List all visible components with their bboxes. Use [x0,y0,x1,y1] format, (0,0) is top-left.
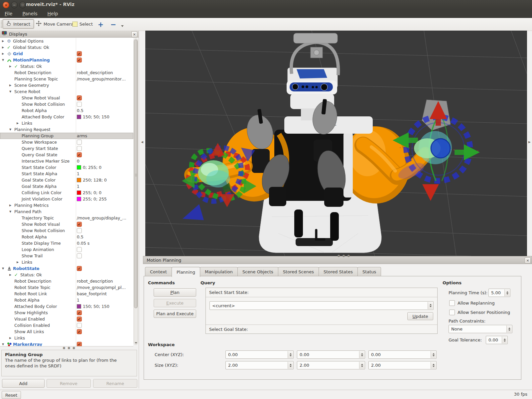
tree-row[interactable]: ▼RobotState✔ [0,265,133,272]
tree-row[interactable]: ▼Scene Robot [0,88,133,95]
allow-replanning-checkbox[interactable]: Allow Replanning [449,300,495,306]
checkbox-icon[interactable] [449,310,455,315]
window-minimize-icon[interactable]: − [11,2,18,8]
tree-value[interactable]: robot_description [77,69,113,76]
tree-row[interactable]: Query Start State [0,145,133,152]
tab-stored-scenes[interactable]: Stored Scenes [278,267,319,276]
workspace-spinbox[interactable]: 2.00 [297,361,365,369]
expander-icon[interactable]: ▼ [2,343,7,346]
scrollbar-down-icon[interactable] [135,342,137,344]
workspace-spinbox[interactable]: 0.00 [297,350,365,359]
checkbox-unchecked-icon[interactable] [77,247,82,252]
checkbox-checked-icon[interactable]: ✔ [77,51,82,56]
tree-row[interactable]: Robot Descriptionrobot_description [0,69,133,76]
spin-arrows-icon[interactable] [504,289,510,296]
tree-row[interactable]: Show Robot Collision [0,101,133,107]
color-swatch[interactable] [77,191,81,195]
spin-arrows-icon[interactable] [288,351,293,358]
planning-time-spinbox[interactable]: 5.00 [488,289,510,297]
combo-arrows-icon[interactable] [506,326,512,332]
expander-icon[interactable]: ▼ [2,59,7,62]
expander-icon[interactable]: ▼ [2,267,7,270]
tree-value[interactable]: arms [77,133,87,139]
checkbox-checked-icon[interactable]: ✔ [77,58,82,63]
tree-row[interactable]: Joint Violation Color255; 0; 255 [0,196,133,202]
tree-row[interactable]: Attached Body Color150; 50; 150 [0,303,133,310]
expander-icon[interactable]: ▶ [2,46,7,49]
tree-row[interactable]: Planning Scene Topic/move_group/monitor… [0,76,133,82]
tree-row[interactable]: Goal State Color250; 128; 0 [0,177,133,183]
tree-value[interactable]: 250; 128; 0 [77,177,107,183]
tree-value[interactable] [77,101,82,107]
tree-row[interactable]: Loop Animation [0,246,133,253]
tree-value[interactable]: ✔ [77,221,82,227]
tree-value[interactable] [77,246,82,253]
tree-row[interactable]: Planning Grouparms [0,133,133,139]
tree-value[interactable]: 0; 255; 0 [77,164,101,171]
tree-row[interactable]: Show All Links✔ [0,329,133,335]
checkbox-checked-icon[interactable]: ✔ [77,152,82,157]
tree-value[interactable] [77,322,82,329]
menu-item-panels[interactable]: Panels [22,11,37,16]
checkbox-unchecked-icon[interactable] [77,146,82,151]
scrollbar-thumb[interactable] [134,40,138,308]
start-state-combo[interactable]: <current> [209,301,434,310]
workspace-spinbox[interactable]: 0.00 [225,350,294,359]
tree-row[interactable]: Start State Color0; 255; 0 [0,164,133,171]
tree-row[interactable]: ▶✓Status: Ok [0,272,133,278]
window-maximize-icon[interactable]: ◻ [19,2,26,8]
color-swatch[interactable] [77,115,81,119]
left-dock-collapse-icon[interactable]: ◀ [141,140,143,144]
tree-value[interactable]: 255; 0; 0 [77,190,101,196]
tree-row[interactable]: Robot Root Linkbase_footprint [0,291,133,297]
tree-row[interactable]: Show Trail [0,253,133,259]
tree-value[interactable]: 0.05 s [77,240,89,246]
expander-icon[interactable]: ▶ [9,336,14,339]
tree-row[interactable]: Robot Descriptionrobot_description [0,278,133,284]
tree-value[interactable]: ✔ [77,95,82,101]
tree-value[interactable]: 150; 50; 150 [77,114,109,120]
tree-row[interactable]: ▶Grid✔ [0,51,133,57]
tree-row[interactable]: ▶✓Global Status: Ok [0,44,133,51]
remove-tool-button[interactable]: − [107,20,127,29]
expander-icon[interactable]: ▶ [2,40,7,43]
tree-value[interactable]: /move_group/monitor… [77,76,126,82]
tree-row[interactable]: ▶Links [0,335,133,341]
tree-value[interactable]: 1 [77,171,79,177]
checkbox-unchecked-icon[interactable] [77,140,82,145]
tree-value[interactable]: ✔ [77,329,82,335]
checkbox-unchecked-icon[interactable] [77,102,82,107]
checkbox-unchecked-icon[interactable] [77,253,82,258]
tree-value[interactable]: ✔ [77,152,82,158]
path-constraints-combo[interactable]: None [449,325,512,333]
interact-button[interactable]: Interact [3,19,34,29]
tree-row[interactable]: ▼MotionPlanning✔ [0,57,133,63]
update-button[interactable]: Update [407,312,433,320]
add-tool-button[interactable]: + [94,20,107,29]
expander-icon[interactable]: ▶ [2,52,7,55]
tree-row[interactable]: ▶✓Status: Ok [0,63,133,69]
tree-row[interactable]: Show Workspace [0,139,133,145]
tree-value[interactable]: base_footprint [77,291,107,297]
checkbox-unchecked-icon[interactable] [77,228,82,233]
menu-item-file[interactable]: File [5,11,12,16]
checkbox-icon[interactable] [449,300,455,306]
color-swatch[interactable] [77,178,81,182]
expander-icon[interactable]: ▼ [9,210,14,213]
tree-row[interactable]: Visual Enabled✔ [0,316,133,322]
tree-row[interactable]: Start State Alpha1 [0,171,133,177]
expander-icon[interactable]: ▼ [9,128,14,131]
displays-close-icon[interactable]: × [131,31,137,37]
checkbox-checked-icon[interactable]: ✔ [77,266,82,271]
tree-value[interactable]: ✔ [77,341,82,346]
tree-value[interactable]: ✔ [77,316,82,322]
expander-icon[interactable]: ▶ [9,273,14,276]
plan-and-execute-button[interactable]: Plan and Execute [154,310,196,318]
tree-row[interactable]: Goal State Alpha1 [0,183,133,190]
tree-row[interactable]: ▼Planned Path [0,208,133,215]
tree-value[interactable]: ✔ [77,57,82,63]
tab-status[interactable]: Status [357,267,381,276]
expander-icon[interactable]: ▶ [9,204,14,207]
tree-value[interactable]: /move_group/display_… [77,215,126,221]
expander-icon[interactable]: ▶ [9,84,14,87]
